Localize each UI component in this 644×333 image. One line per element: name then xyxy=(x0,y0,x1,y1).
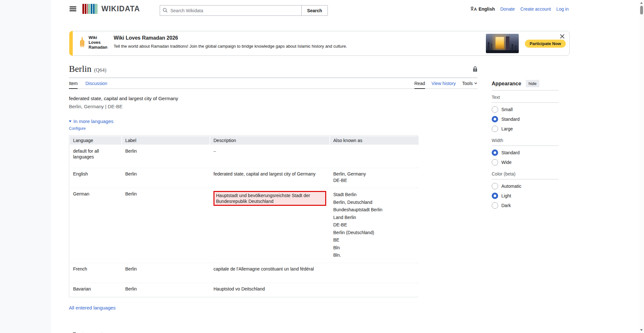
radio-color-automatic[interactable]: Automatic xyxy=(492,181,559,191)
cell-label: Berlin xyxy=(122,168,210,187)
wikidata-logo[interactable]: WIKIDATA xyxy=(82,4,140,14)
banner-logo-text: Wiki Loves Ramadan xyxy=(89,35,108,50)
tab-view-history[interactable]: View history xyxy=(431,78,456,89)
scrollbar[interactable] xyxy=(639,0,644,333)
banner-image xyxy=(486,34,519,53)
search-button[interactable]: Search xyxy=(301,5,328,16)
cell-aka xyxy=(330,283,419,296)
search-box: Search xyxy=(160,5,328,16)
chevron-down-icon xyxy=(474,81,478,86)
cell-aka xyxy=(330,263,419,282)
wikidata-wordmark: WIKIDATA xyxy=(101,5,140,13)
wikidata-barcode-icon xyxy=(82,4,97,14)
browser-viewport: WIKIDATA Search A English Do xyxy=(0,0,644,333)
entity-label: Berlin xyxy=(69,64,91,74)
entity-description: federated state, capital and largest cit… xyxy=(69,96,478,101)
radio-icon[interactable] xyxy=(492,183,498,189)
cell-aka xyxy=(330,145,419,167)
login-link[interactable]: Log in xyxy=(556,6,569,12)
scroll-up-icon[interactable] xyxy=(640,2,643,4)
tab-tools[interactable]: Tools xyxy=(462,78,478,89)
appearance-title: Appearance xyxy=(492,81,521,87)
radio-icon[interactable] xyxy=(492,106,498,113)
cell-aka: Berlin, Germany DE-BE xyxy=(330,168,419,187)
table-row: German Berlin Hauptstadt und bevölkerung… xyxy=(70,188,419,262)
cell-language: English xyxy=(70,168,121,187)
lock-icon xyxy=(473,66,478,73)
tab-discussion[interactable]: Discussion xyxy=(85,78,107,89)
hide-appearance-button[interactable]: hide xyxy=(526,80,540,87)
table-row: French Berlin capitale de l'Allemagne co… xyxy=(70,263,419,282)
menu-icon[interactable] xyxy=(70,6,76,11)
donate-link[interactable]: Donate xyxy=(500,6,515,12)
radio-icon[interactable] xyxy=(492,202,498,209)
cell-description: Hauptstod vo Deitschland xyxy=(210,283,329,296)
all-entered-languages-link[interactable]: All entered languages xyxy=(69,305,116,310)
col-header-description: Description xyxy=(210,136,329,145)
configure-link[interactable]: Configure xyxy=(69,126,86,131)
configure-link-wrap: Configure xyxy=(69,126,478,131)
site-header: WIKIDATA Search A English Do xyxy=(51,0,639,18)
radio-width-standard[interactable]: Standard xyxy=(492,148,559,157)
cell-language: default for all languages xyxy=(70,145,121,167)
create-account-link[interactable]: Create account xyxy=(520,6,551,12)
radio-width-wide[interactable]: Wide xyxy=(492,157,559,167)
divider xyxy=(492,146,559,146)
entity-aliases-line: Berlin, Germany | DE-BE xyxy=(69,104,478,109)
radio-icon[interactable] xyxy=(492,126,498,132)
cell-language: German xyxy=(70,188,121,262)
close-icon[interactable] xyxy=(560,34,565,40)
banner-accent-bar xyxy=(69,31,73,56)
lantern-icon xyxy=(79,36,86,48)
table-row: English Berlin federated state, capital … xyxy=(70,168,419,187)
cell-description: federated state, capital and largest cit… xyxy=(210,168,329,187)
radio-color-light[interactable]: Light xyxy=(492,191,559,201)
col-header-language: Language xyxy=(70,136,121,145)
banner-title: Wiki Loves Ramadan 2026 xyxy=(114,35,468,41)
table-header-row: Language Label Description Also known as xyxy=(70,136,419,145)
appearance-section-color: Color (beta) xyxy=(492,171,559,176)
tab-item[interactable]: Item xyxy=(69,78,78,89)
main-content: Berlin(Q64) Item Discussion R xyxy=(69,56,478,333)
radio-text-large[interactable]: Large xyxy=(492,124,559,134)
language-selector[interactable]: A English xyxy=(470,6,495,12)
cell-description: – xyxy=(210,145,329,167)
cell-language: French xyxy=(70,263,121,282)
appearance-section-text: Text xyxy=(492,95,559,100)
cell-language: Bavarian xyxy=(70,283,121,296)
search-input[interactable] xyxy=(160,5,301,16)
cell-label: Berlin xyxy=(122,263,210,282)
search-icon xyxy=(163,8,168,14)
table-row: default for all languages Berlin – xyxy=(70,145,419,167)
radio-icon[interactable] xyxy=(492,193,498,199)
appearance-section-width: Width xyxy=(492,138,559,143)
divider xyxy=(492,90,559,90)
collapse-triangle-icon xyxy=(69,120,71,122)
language-icon: A xyxy=(470,6,477,12)
col-header-aka: Also known as xyxy=(330,136,419,145)
radio-icon[interactable] xyxy=(492,116,498,122)
languages-table: Language Label Description Also known as… xyxy=(69,135,418,297)
radio-text-standard[interactable]: Standard xyxy=(492,114,559,124)
divider xyxy=(492,102,559,103)
radio-color-dark[interactable]: Dark xyxy=(492,201,559,210)
entity-id: (Q64) xyxy=(94,67,106,73)
radio-icon[interactable] xyxy=(492,159,498,166)
radio-icon[interactable] xyxy=(492,149,498,156)
page: WIKIDATA Search A English Do xyxy=(51,0,639,333)
table-row: Bavarian Berlin Hauptstod vo Deitschland xyxy=(70,283,419,296)
radio-text-small[interactable]: Small xyxy=(492,105,559,114)
in-more-languages-toggle[interactable]: In more languages xyxy=(69,119,478,124)
participate-button[interactable]: Participate Now xyxy=(525,40,566,48)
statements-heading: Statements xyxy=(72,330,478,333)
page-tabs: Item Discussion Read View history Tools xyxy=(69,78,478,89)
col-header-label: Label xyxy=(122,136,210,145)
tab-read[interactable]: Read xyxy=(414,78,425,89)
svg-text:A: A xyxy=(474,7,477,11)
divider xyxy=(492,179,559,179)
scrollbar-thumb[interactable] xyxy=(640,6,643,14)
scroll-down-icon[interactable] xyxy=(640,329,643,331)
cell-label: Berlin xyxy=(122,283,210,296)
cell-aka: Stadt Berlin Berlin, Deutschland Bundesh… xyxy=(330,188,419,262)
cell-description: capitale de l'Allemagne constituant un l… xyxy=(210,263,329,282)
